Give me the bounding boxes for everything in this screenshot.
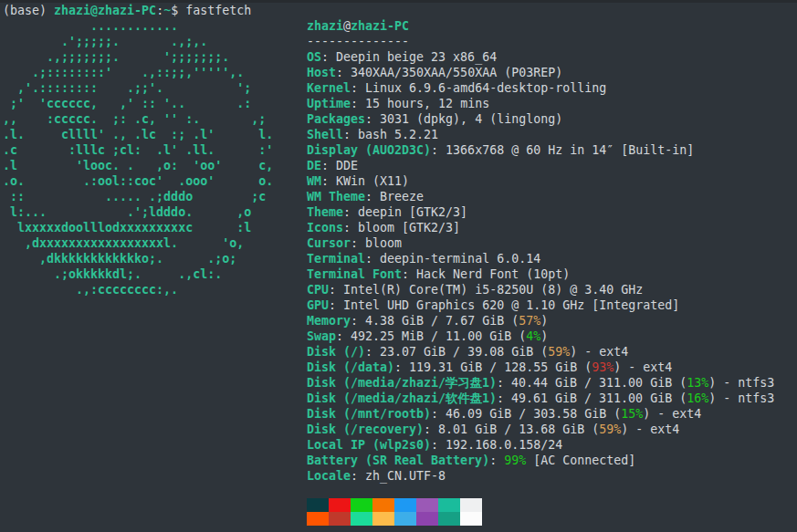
text-segment: Disk (/) [307, 345, 365, 359]
text-segment: ) [540, 329, 548, 343]
info-line-kernel: Kernel: Linux 6.9.6-amd64-desktop-rollin… [307, 80, 774, 96]
color-swatch [351, 512, 372, 526]
text-segment: 57% [519, 314, 540, 328]
text-segment: Uptime [307, 97, 351, 110]
text-segment: Kernel [307, 81, 351, 95]
text-segment: 93% [592, 360, 613, 374]
info-line-separator: -------------- [307, 34, 774, 49]
text-segment: : bash 5.2.21 [343, 128, 438, 141]
info-line-os: OS: Deepin beige 23 x86_64 [307, 49, 774, 65]
text-segment: (base) [3, 4, 54, 17]
info-line-local-ip: Local IP (wlp2s0): 192.168.0.158/24 [307, 437, 774, 453]
info-line-disk-data: Disk (/data): 119.31 GiB / 128.55 GiB (9… [307, 360, 774, 375]
info-line-uptime: Uptime: 15 hours, 12 mins [307, 96, 774, 111]
text-segment: Terminal Font [307, 267, 402, 281]
palette-row-1 [307, 498, 482, 512]
info-line-battery: Battery (SR Real Battery): 99% [AC Conne… [307, 453, 774, 468]
text-segment: : 1366x768 @ 60 Hz in 14″ [Built-in] [431, 143, 694, 157]
text-segment: Shell [307, 128, 343, 141]
shell-prompt: (base) zhazi@zhazi-PC:~$ fastfetch [3, 3, 251, 18]
color-swatch [438, 498, 460, 512]
text-segment: CPU [307, 283, 329, 297]
text-segment: : zh_CN.UTF-8 [351, 469, 446, 483]
info-line-memory: Memory: 4.38 GiB / 7.67 GiB (57%) [307, 313, 774, 329]
text-segment: : [489, 454, 504, 467]
text-segment: Display (AUO2D3C) [307, 143, 431, 157]
text-segment: 59% [548, 345, 570, 359]
text-segment: : bloom [351, 236, 402, 250]
text-segment: 13% [687, 376, 708, 390]
text-segment: : 340XAA/350XAA/550XAA (P03REP) [336, 66, 562, 79]
text-segment: fastfetch [185, 4, 251, 17]
info-line-swap: Swap: 492.25 MiB / 11.00 GiB (4%) [307, 329, 774, 344]
text-segment: : 4.38 GiB / 7.67 GiB ( [351, 314, 519, 328]
text-segment: Cursor [307, 236, 351, 250]
text-segment: : KWin (X11) [321, 174, 409, 188]
text-segment: ) - ntfs3 [708, 376, 774, 390]
color-swatch [329, 512, 351, 526]
text-segment: ) - ext4 [613, 360, 672, 374]
text-segment: WM [307, 174, 321, 188]
color-palette [307, 498, 482, 526]
text-segment: Disk (/media/zhazi/学习盘1) [307, 376, 497, 390]
deepin-logo-ascii: ............ .';;;;;. .,;,. .,;;;;;;;. '… [3, 18, 273, 297]
text-segment: Disk (/data) [307, 360, 394, 374]
text-segment: Disk (/recovery) [307, 422, 424, 436]
color-swatch [329, 498, 351, 512]
info-line-disk-study: Disk (/media/zhazi/学习盘1): 40.44 GiB / 31… [307, 375, 774, 391]
info-line-disk-root: Disk (/): 23.07 GiB / 39.08 GiB (59%) - … [307, 344, 774, 360]
color-swatch [460, 498, 482, 512]
text-segment: : 192.168.0.158/24 [431, 438, 562, 452]
text-segment: : 492.25 MiB / 11.00 GiB ( [336, 329, 526, 343]
fastfetch-info: zhazi@zhazi-PC--------------OS: Deepin b… [307, 18, 774, 484]
text-segment: $ [171, 4, 185, 17]
text-segment: GPU [307, 298, 329, 312]
text-segment: OS [307, 50, 321, 64]
text-segment: 99% [504, 454, 526, 467]
info-line-terminal: Terminal: deepin-terminal 6.0.14 [307, 251, 774, 266]
text-segment: : Intel UHD Graphics 620 @ 1.10 GHz [Int… [329, 298, 679, 312]
text-segment: : Breeze [365, 190, 424, 203]
info-line-display: Display (AUO2D3C): 1366x768 @ 60 Hz in 1… [307, 142, 774, 158]
info-line-cursor: Cursor: bloom [307, 235, 774, 251]
color-swatch [307, 512, 329, 526]
text-segment: -------------- [307, 35, 409, 48]
text-segment: ) - ntfs3 [708, 391, 774, 405]
text-segment: Host [307, 66, 336, 79]
text-segment: : DDE [321, 159, 358, 172]
text-segment: Terminal [307, 252, 365, 266]
text-segment: 16% [687, 391, 708, 405]
info-line-packages: Packages: 3031 (dpkg), 4 (linglong) [307, 111, 774, 127]
info-line-de: DE: DDE [307, 158, 774, 173]
text-segment: : 40.44 GiB / 311.00 GiB ( [497, 376, 687, 390]
text-segment: [AC Connected] [526, 454, 635, 467]
text-segment: Local IP (wlp2s0) [307, 438, 431, 452]
text-segment: Packages [307, 112, 365, 126]
color-swatch [372, 512, 394, 526]
text-segment: zhazi [307, 19, 343, 33]
terminal-window[interactable]: (base) zhazi@zhazi-PC:~$ fastfetch .....… [0, 0, 797, 532]
text-segment: Disk (/media/zhazi/软件盘1) [307, 391, 497, 405]
text-segment: Swap [307, 329, 336, 343]
text-segment: ) - ext4 [621, 422, 679, 436]
text-segment: ) [540, 314, 548, 328]
text-segment: Battery (SR Real Battery) [307, 454, 489, 467]
info-line-icons: Icons: bloom [GTK2/3] [307, 220, 774, 235]
text-segment: : Hack Nerd Font (10pt) [402, 267, 570, 281]
info-line-locale: Locale: zh_CN.UTF-8 [307, 468, 774, 484]
text-segment: : [156, 4, 163, 17]
color-swatch [416, 498, 438, 512]
text-segment: : bloom [GTK2/3] [343, 221, 460, 235]
text-segment: WM Theme [307, 190, 365, 203]
text-segment: @ [343, 19, 351, 33]
info-line-gpu: GPU: Intel UHD Graphics 620 @ 1.10 GHz [… [307, 297, 774, 313]
color-swatch [307, 498, 329, 512]
info-line-shell: Shell: bash 5.2.21 [307, 127, 774, 142]
text-segment: : 46.09 GiB / 303.58 GiB ( [431, 407, 621, 421]
text-segment: Theme [307, 205, 343, 219]
info-line-disk-rootb: Disk (/mnt/rootb): 46.09 GiB / 303.58 Gi… [307, 406, 774, 422]
text-segment: : Linux 6.9.6-amd64-desktop-rolling [351, 81, 606, 95]
color-swatch [460, 512, 482, 526]
text-segment: Memory [307, 314, 351, 328]
info-line-title: zhazi@zhazi-PC [307, 18, 774, 34]
